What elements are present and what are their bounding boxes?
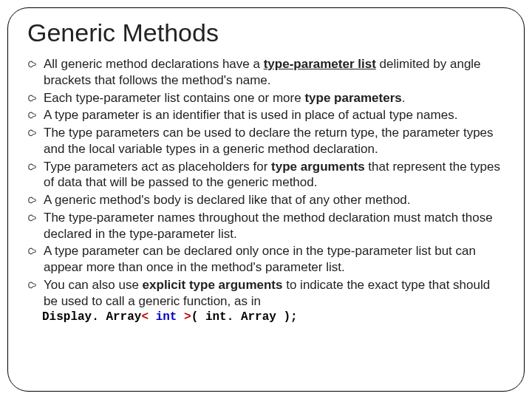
slide-title: Generic Methods — [27, 18, 506, 47]
bullet-item: Type parameters act as placeholders for … — [27, 159, 505, 191]
bullet-item: Each type-parameter list contains one or… — [27, 90, 505, 106]
code-token — [177, 310, 184, 324]
code-token: ( int. Array ); — [191, 310, 298, 324]
bullet-text: type parameters — [304, 91, 401, 105]
bullet-text: All generic method declarations have a — [44, 57, 264, 71]
slide-frame: Generic Methods All generic method decla… — [7, 7, 525, 392]
bullet-icon — [27, 279, 38, 293]
bullet-text: Type parameters act as placeholders for — [44, 160, 271, 174]
bullet-icon — [27, 58, 38, 72]
bullet-icon — [27, 194, 38, 208]
bullet-text: . — [402, 91, 406, 105]
bullet-item: A type parameter can be declared only on… — [27, 243, 505, 276]
code-token: > — [184, 310, 191, 324]
bullet-icon — [27, 127, 38, 141]
bullet-item: A generic method's body is declared like… — [27, 192, 505, 208]
code-line: Display. Array< int >( int. Array ); — [42, 310, 506, 324]
bullet-text: A type parameter can be declared only on… — [44, 244, 476, 274]
bullet-text: explicit type arguments — [143, 278, 283, 292]
bullet-item: The type parameters can be used to decla… — [27, 125, 505, 157]
bullet-text: The type-parameter names throughout the … — [44, 211, 493, 241]
code-token: Display. Array — [42, 310, 141, 324]
bullet-text: A generic method's body is declared like… — [44, 193, 411, 207]
bullet-item: You can also use explicit type arguments… — [27, 277, 505, 310]
bullet-item: The type-parameter names throughout the … — [27, 210, 505, 242]
code-token — [149, 310, 156, 324]
bullet-icon — [27, 245, 38, 259]
code-token: int — [156, 310, 177, 324]
bullet-text: type-parameter list — [264, 57, 376, 71]
bullet-text: A type parameter is an identifier that i… — [44, 108, 457, 122]
bullet-text: Each type-parameter list contains one or… — [44, 91, 304, 105]
bullet-icon — [27, 161, 38, 175]
bullet-text: The type parameters can be used to decla… — [44, 126, 494, 156]
bullet-text: You can also use — [44, 278, 143, 292]
bullet-list: All generic method declarations have a t… — [26, 56, 506, 309]
code-token: < — [141, 310, 149, 324]
bullet-text: type arguments — [271, 160, 365, 174]
bullet-icon — [27, 212, 38, 226]
bullet-icon — [27, 92, 38, 106]
bullet-icon — [27, 109, 38, 123]
bullet-item: A type parameter is an identifier that i… — [27, 107, 505, 123]
bullet-item: All generic method declarations have a t… — [27, 56, 505, 89]
